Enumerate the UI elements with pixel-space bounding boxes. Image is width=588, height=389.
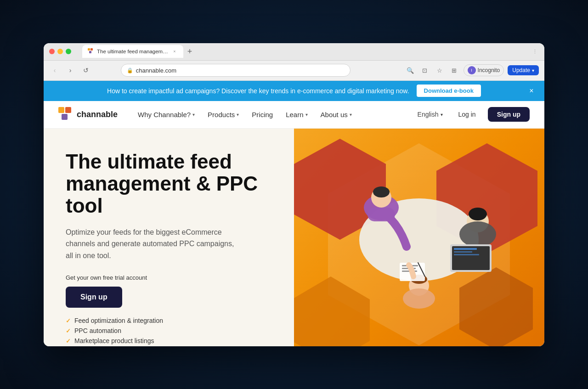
- feature-list: ✓ Feed optimization & integration ✓ PPC …: [66, 317, 272, 344]
- nav-right: English ▾ Log in Sign up: [414, 107, 530, 122]
- forward-button[interactable]: ›: [65, 65, 76, 76]
- nav-why[interactable]: Why Channable? ▾: [132, 108, 200, 121]
- profile-avatar: I: [468, 66, 476, 74]
- svg-rect-21: [454, 248, 477, 250]
- check-icon-3: ✓: [66, 338, 71, 344]
- nav-pricing[interactable]: Pricing: [246, 108, 278, 121]
- tab-bar: The ultimate feed management × +: [82, 45, 527, 58]
- site-logo[interactable]: channable: [58, 107, 118, 122]
- banner-text: How to create impactful ad campaigns? Di…: [107, 87, 409, 95]
- feature-text-2: PPC automation: [74, 327, 121, 334]
- feature-item-1: ✓ Feed optimization & integration: [66, 317, 272, 324]
- minimize-window-button[interactable]: [57, 49, 63, 54]
- products-chevron-icon: ▾: [237, 112, 239, 117]
- login-button[interactable]: Log in: [452, 108, 482, 121]
- screenshare-icon[interactable]: ⊡: [419, 65, 430, 76]
- url-bar[interactable]: 🔒 channable.com: [121, 64, 351, 77]
- feature-text-1: Feed optimization & integration: [74, 317, 163, 324]
- close-window-button[interactable]: [49, 49, 55, 54]
- tab-title: The ultimate feed management: [97, 49, 169, 54]
- hero-signup-button[interactable]: Sign up: [66, 287, 122, 308]
- learn-chevron-icon: ▾: [305, 112, 308, 117]
- logo-text: channable: [77, 110, 118, 119]
- svg-point-15: [373, 186, 390, 197]
- new-tab-button[interactable]: +: [183, 45, 196, 58]
- grid-icon[interactable]: ⊞: [449, 65, 460, 76]
- banner-cta-button[interactable]: Download e-book: [417, 85, 481, 97]
- title-bar-right: ⋮: [531, 47, 539, 56]
- title-bar: The ultimate feed management × + ⋮: [44, 43, 544, 61]
- feature-item-3: ✓ Marketplace product listings: [66, 337, 272, 344]
- language-selector[interactable]: English ▾: [414, 109, 447, 120]
- trial-label: Get your own free trial account: [66, 274, 272, 281]
- svg-rect-4: [65, 107, 71, 113]
- svg-rect-22: [454, 251, 472, 253]
- search-icon[interactable]: 🔍: [405, 65, 416, 76]
- feature-item-2: ✓ PPC automation: [66, 327, 272, 334]
- svg-point-17: [459, 221, 496, 247]
- check-icon-2: ✓: [66, 327, 71, 334]
- update-button[interactable]: Update ▾: [508, 65, 539, 75]
- promo-banner: How to create impactful ad campaigns? Di…: [44, 81, 544, 101]
- window-controls-icon[interactable]: ⋮: [531, 47, 539, 56]
- nav-learn[interactable]: Learn ▾: [280, 108, 313, 121]
- nav-links: Why Channable? ▾ Products ▾ Pricing Lear…: [132, 108, 414, 121]
- tab-favicon: [88, 48, 94, 55]
- update-chevron-icon: ▾: [532, 68, 534, 73]
- hero-right: [294, 129, 544, 346]
- lock-icon: 🔒: [127, 68, 133, 73]
- address-bar-right: 🔍 ⊡ ☆ ⊞ I Incognito Update ▾: [405, 64, 539, 76]
- svg-rect-1: [90, 48, 93, 51]
- why-chevron-icon: ▾: [192, 112, 195, 117]
- banner-close-button[interactable]: ×: [526, 85, 537, 96]
- svg-rect-3: [58, 107, 64, 113]
- about-chevron-icon: ▾: [350, 112, 352, 117]
- lang-chevron-icon: ▾: [441, 112, 443, 117]
- hero-title: The ultimate feed management & PPC tool: [66, 151, 272, 217]
- feature-text-3: Marketplace product listings: [74, 337, 154, 344]
- site-navigation: channable Why Channable? ▾ Products ▾ Pr…: [44, 101, 544, 129]
- svg-rect-5: [62, 114, 68, 120]
- svg-rect-2: [89, 51, 91, 53]
- browser-tab[interactable]: The ultimate feed management ×: [82, 45, 183, 58]
- profile-button[interactable]: I Incognito: [464, 64, 504, 76]
- svg-rect-23: [454, 254, 479, 255]
- address-bar: ‹ › ↺ 🔒 channable.com 🔍 ⊡ ☆ ⊞ I Incognit…: [44, 61, 544, 81]
- bookmark-icon[interactable]: ☆: [434, 65, 445, 76]
- nav-about[interactable]: About us ▾: [315, 108, 357, 121]
- browser-window: The ultimate feed management × + ⋮ ‹ › ↺…: [44, 43, 544, 346]
- hero-illustration: [294, 129, 544, 346]
- reload-button[interactable]: ↺: [80, 65, 91, 76]
- url-text: channable.com: [136, 67, 176, 74]
- hero-section: The ultimate feed management & PPC tool …: [44, 129, 544, 346]
- svg-point-25: [403, 288, 435, 309]
- tab-close-button[interactable]: ×: [171, 48, 178, 55]
- nav-products[interactable]: Products ▾: [202, 108, 244, 121]
- maximize-window-button[interactable]: [66, 49, 71, 54]
- signup-button[interactable]: Sign up: [488, 107, 530, 122]
- hero-left: The ultimate feed management & PPC tool …: [44, 129, 294, 346]
- profile-label: Incognito: [478, 67, 500, 73]
- svg-rect-0: [88, 48, 90, 51]
- hero-subtitle: Optimize your feeds for the biggest eCom…: [66, 226, 240, 262]
- check-icon-1: ✓: [66, 317, 71, 324]
- svg-point-18: [469, 208, 487, 220]
- page-content: How to create impactful ad campaigns? Di…: [44, 81, 544, 346]
- traffic-lights: [49, 49, 71, 54]
- back-button[interactable]: ‹: [49, 65, 60, 76]
